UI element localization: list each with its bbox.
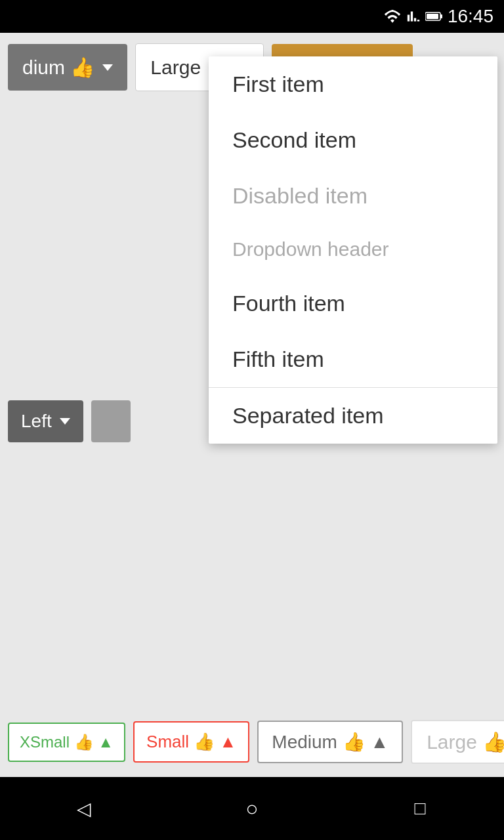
svg-rect-2 — [427, 14, 438, 19]
fifth-item-label: Fifth item — [232, 346, 324, 371]
navigation-bar: ◁ ○ □ — [0, 777, 504, 840]
dropdown-header-label: Dropdown header — [232, 238, 389, 260]
small-label: Small 👍 ▲ — [146, 732, 236, 752]
status-time: 16:45 — [448, 6, 494, 27]
dropdown-item-fifth[interactable]: Fifth item — [209, 331, 497, 387]
middle-gray-button[interactable] — [91, 400, 131, 442]
left-chevron-icon — [60, 418, 70, 425]
dropdown-item-separated[interactable]: Separated item — [209, 387, 497, 444]
recent-apps-button[interactable]: □ — [394, 782, 446, 835]
disabled-item-label: Disabled item — [232, 183, 368, 208]
first-item-label: First item — [232, 72, 324, 96]
medium-bottom-dropdown-button[interactable]: Medium 👍 ▲ — [257, 721, 403, 763]
second-item-label: Second item — [232, 127, 356, 152]
dropdown-header: Dropdown header — [209, 223, 497, 276]
dropdown-item-first[interactable]: First item — [209, 56, 497, 112]
dropdown-item-disabled: Disabled item — [209, 168, 497, 224]
left-dropdown-button[interactable]: Left — [8, 400, 83, 442]
separated-item-label: Separated item — [232, 403, 384, 428]
middle-buttons-row: Left — [8, 400, 131, 442]
home-icon: ○ — [245, 797, 258, 821]
bottom-buttons-row: XSmall 👍 ▲ Small 👍 ▲ Medium 👍 ▲ Large 👍 — [0, 709, 504, 774]
xsmall-label: XSmall 👍 ▲ — [20, 733, 114, 751]
fourth-item-label: Fourth item — [232, 291, 345, 316]
dropdown-menu: First item Second item Disabled item Dro… — [209, 56, 497, 444]
large-bottom-label: Large 👍 — [427, 730, 504, 753]
small-dropdown-button[interactable]: Small 👍 ▲ — [133, 721, 249, 763]
medium-chevron-icon — [102, 64, 113, 71]
battery-icon — [425, 10, 444, 23]
dropdown-item-second[interactable]: Second item — [209, 112, 497, 168]
wifi-icon — [383, 10, 402, 23]
back-icon: ◁ — [77, 798, 91, 820]
medium-dropdown-button[interactable]: dium 👍 — [8, 44, 127, 91]
medium-label: dium 👍 — [22, 56, 94, 79]
medium-bottom-label: Medium 👍 ▲ — [272, 731, 388, 753]
status-icons: 16:45 — [383, 6, 494, 27]
xsmall-dropdown-button[interactable]: XSmall 👍 ▲ — [8, 723, 125, 762]
back-button[interactable]: ◁ — [58, 782, 110, 835]
svg-rect-1 — [440, 14, 442, 18]
left-label: Left — [21, 411, 52, 432]
recent-icon: □ — [415, 798, 426, 819]
signal-icon — [406, 10, 421, 23]
large-bottom-dropdown-button: Large 👍 — [411, 720, 504, 764]
home-button[interactable]: ○ — [226, 782, 278, 835]
dropdown-item-fourth[interactable]: Fourth item — [209, 276, 497, 331]
status-bar: 16:45 — [0, 0, 504, 33]
